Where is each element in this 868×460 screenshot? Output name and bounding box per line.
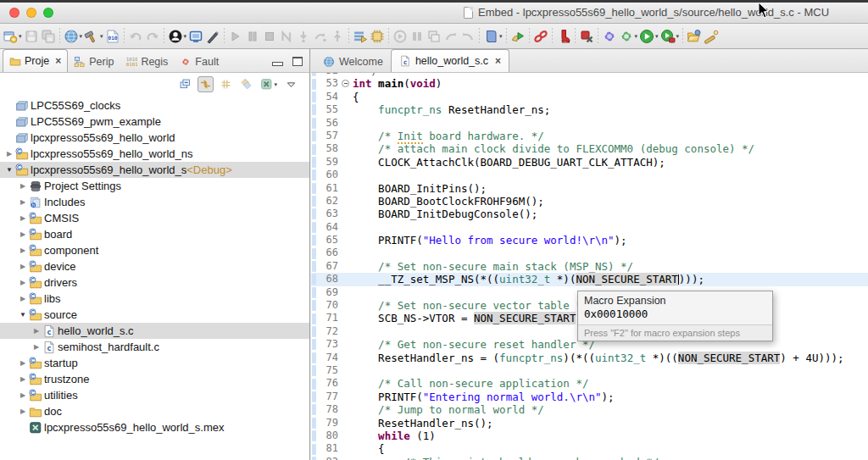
- line-number[interactable]: 56: [318, 117, 341, 130]
- code-line-74[interactable]: 74 ResetHandler_ns = (funcptr_ns)(*((uin…: [311, 352, 868, 364]
- tree-item-semihost-hardfault-c[interactable]: ▶csemihost_hardfault.c: [0, 339, 309, 355]
- binary-file-button[interactable]: 010: [104, 27, 121, 46]
- code-line-66[interactable]: 66: [311, 247, 868, 259]
- line-number[interactable]: 59: [318, 156, 341, 169]
- bug-blue-button[interactable]: [601, 27, 618, 46]
- console-monitor-button[interactable]: [187, 27, 204, 46]
- run-attach-button[interactable]: ▾: [659, 27, 681, 46]
- tree-item-lpcxpresso55s69-hello-world-s[interactable]: ▼Clpcxpresso55s69_hello_world_s <Debug>: [0, 162, 309, 178]
- peripherals-view-button[interactable]: [369, 27, 386, 46]
- tree-item-project-settings[interactable]: ▶Project Settings: [0, 178, 309, 194]
- line-number[interactable]: 60: [318, 169, 341, 181]
- line-number[interactable]: 80: [318, 430, 341, 442]
- code-line-67[interactable]: 67 /* Set non-secure main stack (MSP_NS)…: [311, 260, 868, 273]
- view-menu-button[interactable]: [283, 76, 299, 92]
- minimize-window-button[interactable]: [26, 8, 36, 18]
- line-number[interactable]: 67: [318, 260, 341, 273]
- link-with-editor-button[interactable]: [198, 76, 214, 92]
- line-number[interactable]: 72: [318, 325, 341, 338]
- tree-item-component[interactable]: ▶Ccomponent: [0, 242, 309, 258]
- tree-item-device[interactable]: ▶Cdevice: [0, 258, 309, 274]
- code-line-58[interactable]: 58 /* attach main clock divide to FLEXCO…: [311, 142, 868, 155]
- code-line-56[interactable]: 56: [311, 117, 868, 130]
- view-tab-fault[interactable]: Fault: [174, 52, 225, 72]
- resume-hand-button[interactable]: [509, 27, 526, 46]
- tree-item-lpc55s69-pwm-example[interactable]: LPC55S69_pwm_example: [0, 114, 309, 130]
- minimize-panel-button[interactable]: [272, 62, 283, 66]
- code-line-79[interactable]: 79 ResetHandler_ns();: [311, 417, 868, 430]
- expander-collapsed-icon[interactable]: ▶: [31, 343, 42, 351]
- line-number[interactable]: 66: [318, 247, 341, 259]
- expander-collapsed-icon[interactable]: ▶: [17, 279, 29, 286]
- line-number[interactable]: 58: [318, 142, 341, 155]
- boot-tool-button[interactable]: [555, 27, 572, 46]
- line-number[interactable]: 69: [318, 286, 341, 299]
- tree-item-cmsis[interactable]: ▶CCMSIS: [0, 210, 309, 226]
- code-line-68[interactable]: 68 __TZ_set_MSP_NS(*((uint32_t *)(NON_SE…: [311, 273, 868, 285]
- project-tree[interactable]: LPC55S69_clocksLPC55S69_pwm_examplelpcxp…: [0, 97, 309, 460]
- fold-gutter[interactable]: [341, 77, 353, 90]
- view-tab-proje[interactable]: Proje×: [3, 49, 68, 72]
- globe-button[interactable]: ▾: [63, 27, 84, 46]
- expander-collapsed-icon[interactable]: ▶: [17, 263, 29, 270]
- tree-item-source[interactable]: ▼Csource: [0, 307, 309, 323]
- code-line-82[interactable]: 82 /* This point should never be reached…: [311, 456, 868, 460]
- line-number[interactable]: 74: [318, 352, 341, 364]
- code-line-78[interactable]: 78 /* Jump to normal world */: [311, 403, 868, 416]
- tree-item-libs[interactable]: ▶Clibs: [0, 291, 309, 307]
- code-line-76[interactable]: 76 /* Call non-secure application */: [311, 377, 868, 390]
- expander-expanded-icon[interactable]: ▼: [3, 166, 15, 174]
- zoom-window-button[interactable]: [43, 8, 53, 18]
- expander-collapsed-icon[interactable]: ▶: [17, 214, 29, 222]
- code-line-77[interactable]: 77 PRINTF("Entering normal world.\r\n");: [311, 391, 868, 403]
- close-tab-icon[interactable]: ×: [495, 55, 501, 67]
- tree-item-lpcxpresso55s69-hello-world-s-mex[interactable]: lpcxpresso55s69_hello_world_s.mex: [0, 419, 309, 435]
- line-number[interactable]: 54: [318, 91, 341, 103]
- line-number[interactable]: 82: [318, 456, 341, 460]
- code-line-53[interactable]: 53int main(void): [311, 77, 868, 90]
- line-number[interactable]: 64: [318, 221, 341, 234]
- line-number[interactable]: 77: [318, 391, 341, 403]
- close-window-button[interactable]: [9, 8, 19, 18]
- bug-green-button[interactable]: ▾: [618, 27, 639, 46]
- line-number[interactable]: 73: [318, 338, 341, 351]
- expander-collapsed-icon[interactable]: ▶: [17, 295, 29, 302]
- tree-item-lpc55s69-clocks[interactable]: LPC55S69_clocks: [0, 97, 309, 114]
- library-book-button[interactable]: ▾: [482, 27, 504, 46]
- expander-collapsed-icon[interactable]: ▶: [17, 230, 29, 238]
- line-number[interactable]: 79: [318, 417, 341, 430]
- editor-tab-welcome[interactable]: Welcome: [315, 52, 391, 72]
- expander-collapsed-icon[interactable]: ▶: [17, 359, 29, 367]
- code-line-55[interactable]: 55 funcptr_ns ResetHandler_ns;: [311, 103, 868, 116]
- code-line-65[interactable]: 65 PRINTF("Hello from secure world!\r\n"…: [311, 234, 868, 247]
- link-wand-button[interactable]: [703, 27, 720, 46]
- code-line-57[interactable]: 57 /* Init board hardware. */: [311, 130, 868, 142]
- view-tab-regis[interactable]: 10100101Regis: [120, 52, 174, 72]
- expander-collapsed-icon[interactable]: ▶: [17, 391, 29, 399]
- registers-view-button[interactable]: [352, 27, 369, 46]
- line-number[interactable]: 55: [318, 103, 341, 116]
- tree-item-board[interactable]: ▶Cboard: [0, 226, 309, 242]
- view-tab-perip[interactable]: Perip: [68, 52, 120, 72]
- expander-collapsed-icon[interactable]: ▶: [3, 150, 15, 158]
- collapse-all-button[interactable]: [177, 76, 193, 92]
- expander-collapsed-icon[interactable]: ▶: [17, 375, 29, 383]
- line-number[interactable]: 81: [318, 442, 341, 455]
- tree-item-lpcxpresso55s69-hello-world[interactable]: lpcxpresso55s69_hello_world: [0, 130, 309, 146]
- line-number[interactable]: 70: [318, 299, 341, 312]
- run-app-button[interactable]: ▾: [638, 27, 659, 46]
- line-number[interactable]: 53: [318, 77, 341, 90]
- tree-item-includes[interactable]: ▶hIncludes: [0, 194, 309, 210]
- pen-tool-button[interactable]: [204, 27, 221, 46]
- code-line-63[interactable]: 63 BOARD_InitDebugConsole();: [311, 208, 868, 220]
- code-line-64[interactable]: 64: [311, 221, 868, 234]
- code-line-75[interactable]: 75: [311, 364, 868, 377]
- expander-expanded-icon[interactable]: ▼: [17, 311, 29, 319]
- line-number[interactable]: 65: [318, 234, 341, 247]
- tree-item-hello-world-s-c[interactable]: ▶chello_world_s.c: [0, 323, 309, 339]
- expander-collapsed-icon[interactable]: ▶: [17, 247, 29, 254]
- open-folder-res-button[interactable]: [686, 27, 703, 46]
- line-number[interactable]: 71: [318, 312, 341, 324]
- line-number[interactable]: 62: [318, 195, 341, 208]
- code-editor[interactable]: 52 */53int main(void)54{55 funcptr_ns Re…: [311, 73, 868, 460]
